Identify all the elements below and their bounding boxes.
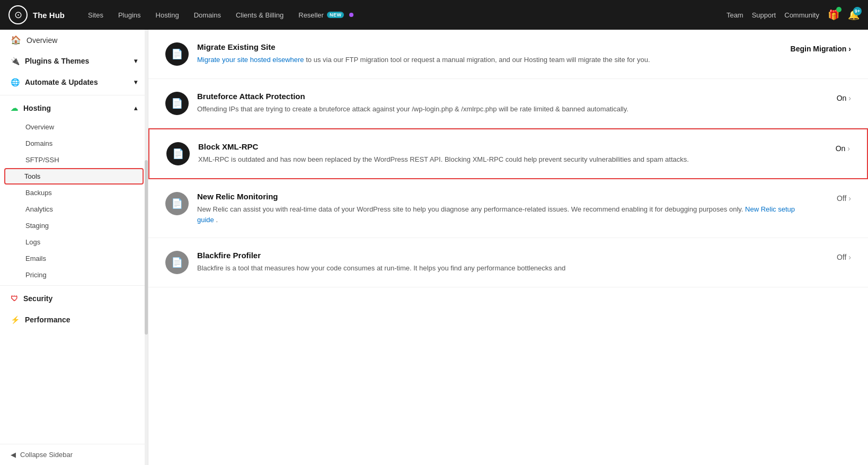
nav-sites[interactable]: Sites — [82, 8, 110, 22]
automate-icon: 🌐 — [11, 78, 20, 86]
logo[interactable]: ⊙ The Hub — [8, 5, 65, 24]
arrow-right-icon: › — [848, 45, 851, 53]
chevron-down-icon: ▾ — [134, 78, 137, 86]
bruteforce-content: Bruteforce Attack Protection Offending I… — [197, 92, 805, 115]
sidebar-item-automate-updates[interactable]: 🌐 Automate & Updates ▾ — [0, 72, 148, 93]
collapse-icon: ◀ — [11, 451, 16, 459]
reseller-badge: NEW — [327, 12, 344, 18]
notification-button[interactable]: 🔔 9+ — [848, 9, 860, 21]
sidebar-sub-emails[interactable]: Emails — [0, 250, 148, 267]
gift-badge — [836, 7, 842, 12]
sidebar-divider — [0, 95, 148, 95]
blackfire-content: Blackfire Profiler Blackfire is a tool t… — [197, 251, 805, 274]
xmlrpc-toggle[interactable]: On › — [813, 142, 850, 153]
nav-links: Sites Plugins Hosting Domains Clients & … — [82, 8, 727, 22]
nav-team[interactable]: Team — [727, 11, 743, 19]
sidebar-item-performance[interactable]: ⚡ Performance — [0, 309, 148, 330]
tool-migrate: 📄 Migrate Existing Site Migrate your sit… — [148, 30, 868, 79]
new-relic-desc: New Relic can assist you with real-time … — [197, 204, 805, 225]
collapse-sidebar-button[interactable]: ◀ Collapse Sidebar — [0, 444, 148, 465]
xmlrpc-title: Block XML-RPC — [198, 142, 804, 151]
new-relic-toggle[interactable]: Off › — [814, 192, 851, 203]
tool-new-relic: 📄 New Relic Monitoring New Relic can ass… — [148, 179, 868, 238]
scrollbar-thumb[interactable] — [145, 160, 148, 334]
nav-plugins[interactable]: Plugins — [112, 8, 147, 22]
chevron-down-icon: ▾ — [134, 57, 137, 65]
sidebar-sub-backups[interactable]: Backups — [0, 185, 148, 201]
cloud-icon: ☁ — [11, 104, 18, 112]
scrollbar-track[interactable] — [145, 30, 148, 465]
nav-support[interactable]: Support — [752, 11, 776, 19]
nav-hosting[interactable]: Hosting — [149, 8, 185, 22]
migrate-icon: 📄 — [165, 42, 189, 66]
migrate-action[interactable]: Begin Migration › — [791, 42, 851, 53]
plugin-icon: 🔌 — [11, 57, 20, 65]
logo-icon: ⊙ — [8, 5, 28, 24]
chevron-right-icon: › — [848, 194, 851, 203]
sidebar-sub-pricing[interactable]: Pricing — [0, 267, 148, 283]
new-relic-title: New Relic Monitoring — [197, 192, 805, 201]
new-relic-icon: 📄 — [165, 192, 189, 215]
nav-community[interactable]: Community — [784, 11, 819, 19]
nav-reseller[interactable]: Reseller NEW — [292, 8, 360, 22]
new-relic-content: New Relic Monitoring New Relic can assis… — [197, 192, 805, 225]
nav-right: Team Support Community 🎁 🔔 9+ — [727, 9, 860, 21]
xmlrpc-icon: 📄 — [166, 142, 190, 165]
nav-clients-billing[interactable]: Clients & Billing — [229, 8, 290, 22]
blackfire-desc: Blackfire is a tool that measures how yo… — [197, 263, 805, 274]
sidebar-item-security[interactable]: 🛡 Security — [0, 288, 148, 309]
app-layout: 🏠 Overview 🔌 Plugins & Themes ▾ 🌐 Automa… — [0, 30, 868, 465]
main-content: 📄 Migrate Existing Site Migrate your sit… — [148, 30, 868, 465]
notification-badge: 9+ — [853, 7, 862, 15]
app-title: The Hub — [33, 11, 65, 20]
nav-domains[interactable]: Domains — [188, 8, 227, 22]
bruteforce-desc: Offending IPs that are trying to create … — [197, 104, 805, 115]
sidebar-section-hosting[interactable]: ☁ Hosting ▴ — [0, 98, 148, 119]
bolt-icon: ⚡ — [11, 315, 20, 324]
home-icon: 🏠 — [11, 35, 21, 45]
sidebar-sub-overview[interactable]: Overview — [0, 119, 148, 135]
sidebar: 🏠 Overview 🔌 Plugins & Themes ▾ 🌐 Automa… — [0, 30, 148, 465]
top-navigation: ⊙ The Hub Sites Plugins Hosting Domains … — [0, 0, 868, 30]
sidebar-sub-logs[interactable]: Logs — [0, 234, 148, 250]
chevron-right-icon: › — [848, 94, 851, 102]
shield-icon: 🛡 — [11, 294, 18, 303]
sidebar-sub-analytics[interactable]: Analytics — [0, 201, 148, 217]
chevron-right-icon: › — [848, 253, 851, 261]
bruteforce-icon: 📄 — [165, 92, 189, 115]
blackfire-title: Blackfire Profiler — [197, 251, 805, 260]
migrate-title: Migrate Existing Site — [197, 42, 782, 51]
blackfire-toggle[interactable]: Off › — [814, 251, 851, 261]
tool-block-xmlrpc: 📄 Block XML-RPC XML-RPC is outdated and … — [148, 128, 868, 179]
purple-dot — [349, 13, 353, 17]
sidebar-sub-sftp-ssh[interactable]: SFTP/SSH — [0, 152, 148, 168]
tool-bruteforce: 📄 Bruteforce Attack Protection Offending… — [148, 79, 868, 128]
blackfire-icon: 📄 — [165, 251, 189, 274]
migrate-link[interactable]: Migrate your site hosted elsewhere — [197, 56, 304, 64]
xmlrpc-desc: XML-RPC is outdated and has now been rep… — [198, 154, 804, 165]
sidebar-item-plugins-themes[interactable]: 🔌 Plugins & Themes ▾ — [0, 50, 148, 72]
sidebar-sub-tools[interactable]: Tools — [4, 168, 144, 185]
bruteforce-title: Bruteforce Attack Protection — [197, 92, 805, 101]
sidebar-sub-staging[interactable]: Staging — [0, 217, 148, 234]
tool-blackfire: 📄 Blackfire Profiler Blackfire is a tool… — [148, 238, 868, 287]
migrate-desc: Migrate your site hosted elsewhere to us… — [197, 55, 782, 65]
gift-button[interactable]: 🎁 — [828, 9, 839, 21]
chevron-up-icon: ▴ — [134, 104, 137, 112]
chevron-right-icon: › — [847, 144, 850, 153]
sidebar-sub-domains[interactable]: Domains — [0, 135, 148, 152]
xmlrpc-content: Block XML-RPC XML-RPC is outdated and ha… — [198, 142, 804, 165]
migrate-content: Migrate Existing Site Migrate your site … — [197, 42, 782, 65]
sidebar-item-overview[interactable]: 🏠 Overview — [0, 30, 148, 50]
sidebar-divider-2 — [0, 285, 148, 286]
bruteforce-toggle[interactable]: On › — [814, 92, 851, 102]
